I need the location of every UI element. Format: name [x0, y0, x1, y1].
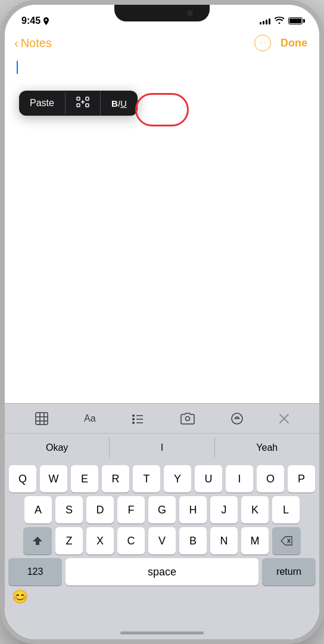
- keyboard-row-3: Z X C V B N M: [5, 524, 319, 555]
- backspace-icon: [281, 536, 292, 546]
- keyboard-row-1: Q W E R T Y U I O P: [5, 462, 319, 493]
- paste-button[interactable]: Paste: [19, 92, 66, 114]
- notch: [114, 5, 210, 21]
- key-a[interactable]: A: [24, 496, 52, 524]
- camera-icon: [180, 412, 195, 425]
- text-format-button[interactable]: BIU: [101, 92, 138, 114]
- close-icon: [279, 413, 289, 424]
- key-t[interactable]: T: [133, 465, 160, 493]
- shift-icon: [32, 535, 43, 546]
- markup-button[interactable]: [230, 412, 244, 425]
- battery-icon: [288, 17, 303, 24]
- key-x[interactable]: X: [86, 527, 114, 555]
- table-button[interactable]: [35, 411, 49, 426]
- return-key[interactable]: return: [262, 558, 316, 586]
- key-n[interactable]: N: [210, 527, 238, 555]
- predictive-item-2[interactable]: I: [109, 438, 214, 458]
- status-time: 9:45: [21, 16, 49, 26]
- nav-bar: ‹ Notes ··· Done: [5, 32, 319, 56]
- key-m[interactable]: M: [241, 527, 269, 555]
- nav-back-label: Notes: [21, 36, 52, 50]
- status-icons: [260, 17, 303, 26]
- markup-icon: [230, 412, 244, 425]
- wifi-icon: [275, 17, 284, 26]
- svg-point-11: [132, 414, 135, 417]
- key-e[interactable]: E: [71, 465, 98, 493]
- keyboard-row-4: 123 space return: [5, 555, 319, 586]
- key-h[interactable]: H: [179, 496, 207, 524]
- scan-button[interactable]: [66, 91, 101, 116]
- key-k[interactable]: K: [241, 496, 269, 524]
- numbers-key[interactable]: 123: [8, 558, 62, 586]
- key-b[interactable]: B: [179, 527, 207, 555]
- svg-rect-0: [77, 97, 80, 100]
- home-indicator: [120, 631, 204, 634]
- volume-down-button[interactable]: [1, 155, 4, 191]
- svg-point-17: [186, 416, 190, 420]
- keyboard-row-2: A S D F G H J K L: [5, 493, 319, 524]
- key-l[interactable]: L: [272, 496, 300, 524]
- scan-icon: [76, 97, 89, 107]
- key-o[interactable]: O: [257, 465, 284, 493]
- key-z[interactable]: Z: [55, 527, 83, 555]
- volume-up-button[interactable]: [1, 112, 4, 148]
- close-toolbar-button[interactable]: [279, 413, 289, 424]
- key-r[interactable]: R: [102, 465, 129, 493]
- key-i[interactable]: I: [226, 465, 253, 493]
- chevron-left-icon: ‹: [14, 36, 18, 50]
- list-icon: [131, 411, 145, 426]
- wifi-svg: [275, 17, 284, 24]
- emoji-button[interactable]: 😊: [12, 589, 28, 605]
- svg-rect-2: [86, 97, 89, 100]
- key-y[interactable]: Y: [164, 465, 191, 493]
- location-icon: [43, 17, 49, 25]
- key-s[interactable]: S: [55, 496, 83, 524]
- key-v[interactable]: V: [148, 527, 176, 555]
- signal-bars: [260, 17, 270, 24]
- text-cursor: [17, 61, 18, 74]
- key-w[interactable]: W: [40, 465, 67, 493]
- camera-button[interactable]: [180, 412, 195, 425]
- phone-frame: 9:45: [0, 0, 324, 644]
- more-button[interactable]: ···: [254, 35, 271, 51]
- shift-key[interactable]: [23, 527, 52, 555]
- svg-point-13: [132, 418, 135, 420]
- nav-right-actions: ··· Done: [254, 35, 307, 51]
- predictive-bar: Okay I Yeah: [5, 433, 319, 462]
- key-g[interactable]: G: [148, 496, 176, 524]
- svg-rect-1: [77, 104, 80, 107]
- screen: 9:45: [5, 5, 319, 639]
- predictive-item-3[interactable]: Yeah: [215, 438, 319, 458]
- space-key[interactable]: space: [66, 558, 258, 586]
- keyboard: Q W E R T Y U I O P A S D F G H J K: [5, 462, 319, 639]
- key-f[interactable]: F: [117, 496, 145, 524]
- emoji-row: 😊: [5, 586, 319, 605]
- formatting-toolbar: Aa: [5, 403, 319, 433]
- svg-point-15: [132, 422, 135, 424]
- power-button[interactable]: [320, 100, 323, 142]
- text-style-button[interactable]: Aa: [84, 413, 96, 424]
- key-j[interactable]: J: [210, 496, 238, 524]
- svg-rect-6: [36, 413, 48, 425]
- battery-fill: [289, 18, 301, 23]
- key-u[interactable]: U: [195, 465, 222, 493]
- done-button[interactable]: Done: [281, 37, 307, 49]
- note-content-area[interactable]: Paste BIU: [5, 56, 319, 163]
- context-menu: Paste BIU: [19, 91, 138, 116]
- svg-rect-3: [86, 104, 89, 107]
- mute-button[interactable]: [1, 82, 4, 104]
- key-c[interactable]: C: [117, 527, 145, 555]
- front-camera: [187, 10, 193, 16]
- predictive-item-1[interactable]: Okay: [5, 438, 109, 458]
- table-icon: [35, 411, 49, 426]
- key-p[interactable]: P: [288, 465, 315, 493]
- key-d[interactable]: D: [86, 496, 114, 524]
- list-button[interactable]: [131, 411, 145, 426]
- backspace-key[interactable]: [272, 527, 301, 555]
- key-q[interactable]: Q: [9, 465, 36, 493]
- paste-highlight-circle: [135, 93, 189, 126]
- back-button[interactable]: ‹ Notes: [14, 36, 52, 50]
